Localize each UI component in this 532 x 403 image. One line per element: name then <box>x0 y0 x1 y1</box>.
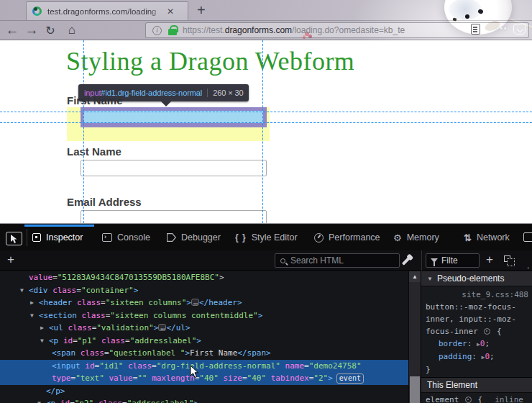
this-element-header: This Element <box>421 378 532 393</box>
element-picker-icon[interactable] <box>6 232 22 245</box>
eyedropper-icon[interactable] <box>402 257 411 266</box>
page-info-icon[interactable]: i <box>152 26 162 35</box>
markup-token: = <box>304 361 309 371</box>
browser-tab[interactable]: test.dragonforms.com/loading ✕ <box>26 1 188 20</box>
highlighter-guide-vertical-right <box>262 40 263 223</box>
devtools-tab-memory[interactable]: ⚙Memory <box>393 225 439 250</box>
event-badge[interactable]: event <box>336 373 364 384</box>
markup-line[interactable]: ▼<div class="container"> <box>0 284 408 297</box>
add-node-button[interactable]: + <box>7 253 14 267</box>
markup-token: = <box>70 399 75 403</box>
markup-token: "questionlabel " <box>109 348 185 358</box>
expand-arrow-open-icon[interactable]: ▼ <box>30 309 34 322</box>
search-placeholder: Search HTML <box>290 255 344 266</box>
new-tab-button[interactable]: + <box>197 2 206 19</box>
devtools-tab-label: Inspector <box>46 232 83 243</box>
markup-token: = <box>101 298 106 307</box>
css-source-link[interactable]: site_9.css:488 <box>421 289 532 301</box>
https-lock-icon[interactable] <box>168 29 177 35</box>
filter-placeholder: Filte <box>441 255 458 266</box>
markup-scrollbar[interactable]: ▲ <box>408 271 421 403</box>
expand-arrow-closed-icon[interactable]: ▶ <box>40 322 44 335</box>
pocket-icon[interactable] <box>513 24 526 35</box>
markup-token: id <box>63 336 73 345</box>
markup-token <box>280 361 285 371</box>
collapsed-children-icon[interactable]: … <box>158 324 166 331</box>
markup-line[interactable]: </p> <box>0 385 408 398</box>
markup-token: "2" <box>313 373 328 383</box>
rule-closing-brace: } <box>421 363 532 376</box>
markup-token <box>266 373 271 383</box>
pseudo-elements-header[interactable]: ▼Pseudo-elements <box>421 271 532 286</box>
filter-styles-input[interactable]: Filte <box>426 253 480 268</box>
toggle-classes-icon[interactable] <box>504 255 510 262</box>
expand-arrow-open-icon[interactable]: ▼ <box>37 397 41 403</box>
screenshot-root: { "browser": { "tab": {"title": "test.dr… <box>0 0 532 403</box>
markup-line[interactable]: type="text" value="" maxlength="40" size… <box>0 372 408 385</box>
expand-arrow-open-icon[interactable]: ▼ <box>40 335 44 348</box>
markup-token: "sixteen columns" <box>106 298 187 307</box>
overflow-menu-icon[interactable]: . <box>527 261 529 271</box>
last-name-input[interactable] <box>81 160 267 176</box>
markup-token: > <box>134 286 139 295</box>
markup-token: class <box>81 348 104 358</box>
markup-token <box>93 399 98 403</box>
markup-token: value <box>29 273 52 282</box>
markup-line[interactable]: ▶<header class="sixteen columns">…</head… <box>0 296 408 309</box>
markup-line[interactable]: ▼<section class="sixteen columns content… <box>0 309 408 322</box>
markup-token: <ul <box>49 323 68 332</box>
console-icon <box>102 233 112 242</box>
back-icon[interactable]: ← <box>4 20 21 40</box>
scrollbar-up-icon[interactable]: ▲ <box>409 271 421 282</box>
markup-token: name <box>285 361 305 371</box>
markup-token: </header> <box>199 298 242 307</box>
markup-line[interactable]: <span class="questionlabel ">First Name<… <box>0 347 408 360</box>
devtools-tab-debugger[interactable]: Debugger <box>167 225 221 250</box>
markup-token: <div <box>29 286 52 295</box>
markup-line[interactable]: ▼<p id="p1" class="addresslabel"> <box>0 335 408 348</box>
markup-token: = <box>104 348 109 358</box>
markup-line[interactable]: <input id="id1" class="drg-field-address… <box>0 360 408 373</box>
markup-token: class <box>82 311 106 320</box>
overflow-tab-icon[interactable] <box>523 232 532 242</box>
markup-line[interactable]: ▶<ul class="validation">…</ul> <box>0 322 408 335</box>
markup-token: = <box>122 399 127 403</box>
markup-token: class <box>68 323 92 332</box>
markup-token <box>123 361 128 371</box>
expand-arrow-open-icon[interactable]: ▼ <box>20 284 24 297</box>
expand-arrow-closed-icon[interactable]: ▶ <box>30 296 34 309</box>
devtools-tab-network[interactable]: ⇅Network <box>464 225 510 250</box>
devtools-tab-console[interactable]: Console <box>102 225 150 250</box>
forward-icon[interactable]: → <box>23 20 40 40</box>
collapsed-children-icon[interactable]: … <box>191 299 199 306</box>
reader-mode-icon[interactable] <box>471 24 480 35</box>
element-rule: element {inline <box>421 393 532 403</box>
rule-selector-line: inner, input::-moz- <box>421 313 532 325</box>
email-input[interactable] <box>81 210 267 223</box>
devtools-tab-label: Console <box>117 232 150 243</box>
add-rule-button[interactable]: + <box>486 253 493 267</box>
mouse-cursor <box>190 365 199 379</box>
devtools-tab-inspector[interactable]: Inspector <box>32 225 83 250</box>
markup-line[interactable]: value="51283A9434C847013559DB5180AFE8BC"… <box>0 271 408 284</box>
close-tab-icon[interactable]: ✕ <box>167 7 174 16</box>
markup-line[interactable]: ▼<p id="p2" class="addresslabel"> <box>0 397 408 403</box>
page-actions-icon[interactable]: ••• <box>496 24 508 32</box>
scrollbar-thumb[interactable] <box>410 376 420 403</box>
markup-token: tabindex <box>271 373 309 383</box>
home-icon[interactable]: ⌂ <box>63 20 81 40</box>
page-viewport: Styling a Dragon Webform First Name Last… <box>0 40 532 223</box>
reload-icon[interactable]: ↻ <box>42 20 58 40</box>
devtools-tab-performance[interactable]: Performance <box>314 225 380 250</box>
devtools-tab-style-editor[interactable]: { }Style Editor <box>235 225 298 250</box>
markup-token: id <box>60 399 70 403</box>
search-html-input[interactable]: Search HTML <box>275 253 400 268</box>
devtools-tab-label: Memory <box>407 232 439 243</box>
markup-token: class <box>128 361 152 371</box>
markup-token: size <box>223 373 242 383</box>
inspector-icon <box>32 233 41 242</box>
markup-token: <header <box>39 298 77 307</box>
markup-token: "40" <box>247 373 267 383</box>
markup-token: = <box>152 361 157 371</box>
markup-token: <p <box>46 399 60 403</box>
